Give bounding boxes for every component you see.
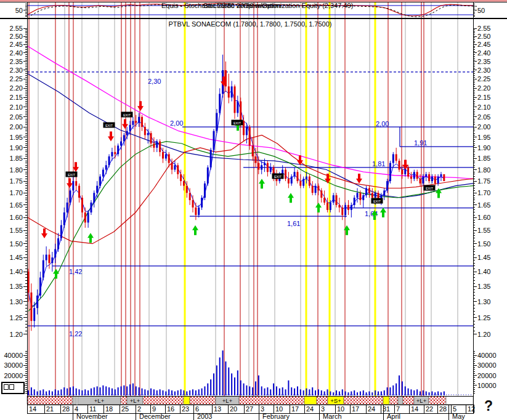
week-label: 24 <box>306 405 314 413</box>
candle-body <box>288 179 290 184</box>
candle-body <box>264 163 266 166</box>
candle-body <box>219 94 221 113</box>
candle-body <box>105 165 107 169</box>
exit-tag-text: EXIT <box>233 121 241 125</box>
candle-body <box>312 186 314 193</box>
volume-bar <box>345 392 346 395</box>
candle-body <box>420 179 421 184</box>
volume-bar <box>222 350 224 395</box>
week-label: 28 <box>439 405 447 413</box>
candle-body <box>258 163 259 170</box>
price-axis-label: 1.95 <box>10 134 23 141</box>
volume-axis-label: 30000 <box>477 361 497 369</box>
volume-bar <box>327 389 328 395</box>
candle-body <box>299 181 301 186</box>
help-pointer-icon: ? <box>484 398 493 414</box>
candle-body <box>386 181 388 190</box>
week-label: 20 <box>230 405 237 413</box>
candle-body <box>114 152 116 155</box>
minimized-window-icon[interactable] <box>1 382 25 394</box>
price-axis-label: 2.15 <box>477 94 490 101</box>
price-axis-label: 1.40 <box>10 268 23 275</box>
volume-bar <box>285 389 286 395</box>
volume-bar <box>60 389 62 395</box>
candle-body <box>431 177 433 181</box>
candle-body <box>392 154 394 163</box>
candle-body <box>243 121 245 135</box>
volume-bar <box>73 386 74 395</box>
candle-body <box>153 143 155 148</box>
price-level-label: 1,42 <box>69 268 82 275</box>
candle-body <box>96 186 98 193</box>
price-axis-label: 2.20 <box>10 84 23 92</box>
candle-body <box>132 121 134 125</box>
ribbon-position-label: +L+ <box>416 397 427 404</box>
volume-bar <box>189 390 190 395</box>
volume-bar <box>360 392 361 395</box>
volume-bar <box>129 384 131 395</box>
price-level-label: 2,00 <box>376 120 389 127</box>
ribbon-segment <box>304 397 317 405</box>
candle-body <box>171 163 173 170</box>
volume-bar <box>342 389 343 395</box>
volume-bar <box>234 378 235 395</box>
volume-bar <box>330 392 331 395</box>
price-level-label: 1,81 <box>372 160 385 168</box>
week-label: 7 <box>396 405 400 413</box>
week-label: 17 <box>352 405 359 413</box>
candle-body <box>246 127 248 135</box>
volume-bar <box>402 381 403 395</box>
candle-body <box>126 131 128 135</box>
ribbon-segment <box>184 397 190 405</box>
exit-tag-text: EXIT <box>123 113 131 117</box>
price-axis-label: 1.20 <box>10 331 23 338</box>
candle-body <box>156 142 158 148</box>
volume-bar <box>102 386 103 395</box>
candle-body <box>201 198 203 208</box>
week-label: 11 <box>89 405 96 413</box>
price-level-label: 2,00 <box>170 119 183 127</box>
ribbon-segment <box>121 397 127 405</box>
volume-bar <box>121 386 122 395</box>
chart-canvas[interactable]: 2,302,002,001,911,811,611,641,421,22EXIT… <box>0 0 507 420</box>
volume-bar <box>444 392 445 395</box>
candle-body <box>320 190 322 198</box>
price-axis-label: 1.45 <box>477 254 490 261</box>
month-label: April <box>387 413 400 420</box>
candle-body <box>69 190 71 203</box>
price-axis-label: 1.20 <box>477 331 490 338</box>
candle-body <box>108 156 110 165</box>
volume-bar <box>136 386 137 395</box>
volume-bar <box>228 368 229 395</box>
candle-body <box>213 131 215 150</box>
volume-bar <box>79 389 80 395</box>
candle-body <box>323 198 325 203</box>
month-label: March <box>323 413 342 420</box>
volume-bar <box>306 389 307 395</box>
candle-body <box>28 272 30 293</box>
volume-bar <box>94 387 95 395</box>
candle-body <box>294 172 296 176</box>
volume-bar <box>43 389 44 395</box>
volume-bar <box>174 392 176 395</box>
volume-axis-label: 20000 <box>4 372 23 379</box>
candle-body <box>87 212 89 222</box>
volume-bar <box>375 390 376 395</box>
week-label: 23 <box>182 405 189 413</box>
exit-tag-text: EXIT <box>68 173 76 177</box>
volume-bar <box>210 379 211 395</box>
volume-bar <box>413 390 415 395</box>
candle-body <box>354 198 355 205</box>
candle-body <box>231 86 233 97</box>
volume-bar <box>252 387 253 395</box>
price-level-label: 1,22 <box>69 330 82 337</box>
volume-axis-label: 40000 <box>4 352 23 359</box>
indicator-title-equity: Stochastic 20/80 w/Optimization Equity (… <box>203 2 353 9</box>
volume-bar <box>336 390 337 395</box>
candle-body <box>195 208 197 215</box>
price-axis-label: 1.35 <box>10 283 23 290</box>
price-axis-label: 2.30 <box>10 67 23 74</box>
price-axis-label: 2.40 <box>10 49 23 57</box>
candle-body <box>78 186 80 198</box>
candle-body <box>99 177 101 186</box>
